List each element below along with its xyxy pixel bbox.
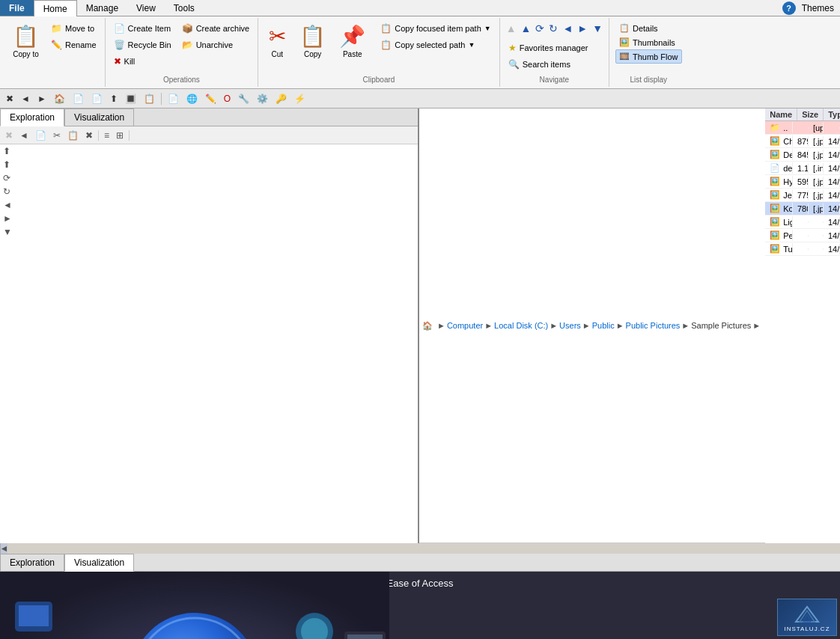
themes-label[interactable]: Themes <box>802 3 834 13</box>
create-item-button[interactable]: 📄 Create Item <box>110 21 175 36</box>
col-name[interactable]: Name <box>765 108 797 120</box>
nav-refresh-icon[interactable]: ↻ <box>547 21 559 36</box>
path-publicpictures[interactable]: Public Pictures <box>626 321 681 330</box>
qt-tool3-btn[interactable]: 🔑 <box>273 91 290 106</box>
copy-button[interactable]: 📋 Copy <box>294 21 331 61</box>
path-computer[interactable]: Computer <box>447 321 483 330</box>
table-row[interactable]: 🖼️Tulips 14/07/. <box>765 242 840 256</box>
qt-fwd-btn[interactable]: ► <box>34 91 49 106</box>
left-tab-visualization[interactable]: Visualization <box>64 108 134 126</box>
nav-left-icon[interactable]: ◄ <box>561 21 574 36</box>
menu-tab-view[interactable]: View <box>127 0 165 16</box>
pt-nav-right-btn[interactable]: ► <box>0 212 418 225</box>
thumb-flow-button[interactable]: 🎞️ Thumb Flow <box>615 49 682 64</box>
qt-close-btn[interactable]: ✖ <box>3 91 16 106</box>
pt-details-btn[interactable]: ≡ <box>101 129 112 142</box>
pt-close-btn[interactable]: ✖ <box>2 129 16 142</box>
qt-edit-btn[interactable]: ✏️ <box>202 91 219 106</box>
table-row[interactable]: 🖼️Penguins 14/07/. <box>765 229 840 242</box>
col-type[interactable]: Type <box>824 108 840 120</box>
pt-sort2-btn[interactable]: ⟳ <box>0 171 418 185</box>
recycle-bin-button[interactable]: 🗑️ Recycle Bin <box>110 37 175 52</box>
file-name-cell: 🖼️Penguins <box>765 230 793 241</box>
pt-del-btn[interactable]: ✖ <box>82 129 96 142</box>
qt-copy-btn[interactable]: 📄 <box>70 91 87 106</box>
file-icon: 🖼️ <box>770 150 780 159</box>
right-tab-exploration[interactable]: Exploration <box>0 554 64 571</box>
help-button[interactable]: ? <box>782 1 796 15</box>
right-tab-visualization[interactable]: Visualization <box>64 554 134 572</box>
nav-dd-icon[interactable]: ▼ <box>591 21 604 36</box>
pt-paste-btn[interactable]: 📋 <box>64 129 82 142</box>
qt-back-btn[interactable]: ◄ <box>18 91 33 106</box>
file-type-cell: [.jpg] JPEG image <box>809 177 824 187</box>
ribbon-navigate-buttons: ▲ ▲ ⟳ ↻ ◄ ► ▼ ★ Favorites manager 🔍 Sear… <box>505 21 604 74</box>
pt-copy-btn[interactable]: 📄 <box>32 129 49 142</box>
table-row[interactable]: 🖼️Lighthouse 14/07/. <box>765 215 840 229</box>
cut-button[interactable]: ✂ Cut <box>263 21 291 61</box>
move-to-button[interactable]: 📁 Move to <box>47 21 100 36</box>
menu-tab-file[interactable]: File <box>0 0 34 16</box>
thumbnails-button[interactable]: 🖼️ Thumbnails <box>615 35 682 49</box>
menu-tab-tools[interactable]: Tools <box>165 0 204 16</box>
details-button[interactable]: 📋 Details <box>615 21 682 35</box>
table-row[interactable]: 🖼️Chrysanthemum 879.394 B [.jpg] JPEG im… <box>765 135 840 148</box>
pt-sort-btn[interactable]: ⬆ <box>0 144 418 158</box>
qt-home-btn[interactable]: 🏠 <box>51 91 68 106</box>
left-file-list[interactable]: Name Size Type ModDate 📁.. [up] 🖼️Chrysa… <box>765 108 840 543</box>
qt-refresh-btn[interactable]: 🔳 <box>122 91 139 106</box>
copy-to-button[interactable]: 📋 Copy to <box>7 21 44 61</box>
file-icon: 🖼️ <box>770 190 780 200</box>
table-row[interactable]: 🖼️Desert 845.941 B [.jpg] JPEG image 14/… <box>765 148 840 162</box>
table-row[interactable]: 🖼️Jellyfish 775.702 B [.jpg] JPEG image … <box>765 189 840 202</box>
table-row[interactable]: 📁.. [up] <box>765 121 840 135</box>
rename-button[interactable]: ✏️ Rename <box>47 37 100 52</box>
qt-paste-btn[interactable]: 📄 <box>88 91 106 106</box>
ribbon-group-clipboard: ✂ Cut 📋 Copy 📌 Paste 📋 Copy focused item… <box>258 18 500 87</box>
path-users[interactable]: Users <box>559 321 581 330</box>
pt-back-btn[interactable]: ◄ <box>16 129 31 142</box>
path-samplepictures[interactable]: Sample Pictures <box>691 321 751 330</box>
copy-selected-path-button[interactable]: 📋 Copy selected path ▼ <box>377 37 495 52</box>
qt-opera-btn[interactable]: O <box>221 91 234 106</box>
table-row[interactable]: 🖼️Koala 780.831 B [.jpg] JPEG image 14/0… <box>765 202 840 215</box>
pt-nav-left-btn[interactable]: ◄ <box>0 198 418 212</box>
qt-tool4-btn[interactable]: ⚡ <box>291 91 308 106</box>
search-items-button[interactable]: 🔍 Search items <box>505 57 604 72</box>
qt-tool2-btn[interactable]: ⚙️ <box>254 91 271 106</box>
nav-up-icon[interactable]: ▲ <box>520 21 533 36</box>
table-row[interactable]: 📄desktop 1.120 B [.ini] Configuratio... … <box>765 162 840 175</box>
cut-icon: ✂ <box>269 24 286 49</box>
pt-sort-dn-btn[interactable]: ⬆ <box>0 158 418 171</box>
table-row[interactable]: 🖼️Hydrangeas 595.284 B [.jpg] JPEG image… <box>765 175 840 189</box>
qt-ie-btn[interactable]: 🌐 <box>183 91 201 106</box>
file-icon: 📄 <box>770 163 780 173</box>
file-icon: 📁 <box>770 123 780 132</box>
qt-pdf-btn[interactable]: 📄 <box>165 91 182 106</box>
pt-nav-refresh-btn[interactable]: ↻ <box>0 185 418 198</box>
col-size[interactable]: Size <box>797 108 824 120</box>
panel-collapse-handle[interactable]: ◄ <box>0 543 7 554</box>
paste-button[interactable]: 📌 Paste <box>334 21 371 61</box>
qt-icon1-btn[interactable]: 📋 <box>141 91 158 106</box>
kill-icon: ✖ <box>114 56 121 67</box>
nav-right-icon[interactable]: ► <box>576 21 589 36</box>
left-tab-exploration[interactable]: Exploration <box>0 108 64 126</box>
path-public[interactable]: Public <box>592 321 615 330</box>
pt-icons-btn[interactable]: ⊞ <box>113 129 127 142</box>
path-localdisk[interactable]: Local Disk (C:) <box>494 321 548 330</box>
nav-down-icon[interactable]: ⟳ <box>534 21 546 36</box>
unarchive-button[interactable]: 📂 Unarchive <box>178 37 254 52</box>
qt-tool1-btn[interactable]: 🔧 <box>235 91 252 106</box>
pt-nav-dd-btn[interactable]: ▼ <box>0 225 418 239</box>
pt-cut-btn[interactable]: ✂ <box>50 129 64 142</box>
unarchive-label: Unarchive <box>196 40 234 49</box>
favorites-manager-button[interactable]: ★ Favorites manager <box>505 40 604 55</box>
menu-tab-home[interactable]: Home <box>34 0 77 16</box>
create-archive-button[interactable]: 📦 Create archive <box>178 21 254 36</box>
kill-button[interactable]: ✖ Kill <box>110 54 175 69</box>
qt-up-btn[interactable]: ⬆ <box>107 91 121 106</box>
menu-tab-manage[interactable]: Manage <box>77 0 127 16</box>
file-size-cell: 879.394 B <box>793 136 809 147</box>
copy-focused-path-button[interactable]: 📋 Copy focused item path ▼ <box>377 21 495 36</box>
